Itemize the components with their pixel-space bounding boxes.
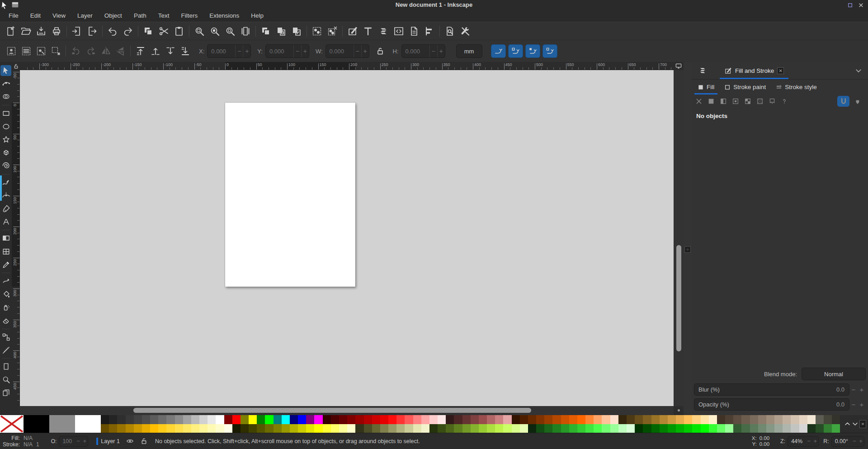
opacity-minus-button[interactable]: − [849, 401, 858, 408]
palette-swatch[interactable] [709, 424, 717, 433]
export-button[interactable] [85, 24, 100, 38]
palette-swatch[interactable] [355, 415, 363, 424]
select-all-layers-button[interactable] [19, 44, 33, 59]
palette-swatch[interactable] [832, 424, 840, 433]
palette-swatch[interactable] [388, 415, 396, 424]
palette-swatch[interactable] [536, 424, 544, 433]
palette-swatch[interactable] [503, 424, 511, 433]
preferences-button[interactable] [458, 24, 473, 38]
palette-swatch[interactable] [454, 424, 462, 433]
palette-swatch[interactable] [799, 415, 807, 424]
tool-calligraphy[interactable] [0, 203, 11, 214]
current-layer-label[interactable]: Layer 1 [101, 438, 120, 444]
palette-swatch[interactable] [241, 415, 249, 424]
palette-swatch[interactable] [684, 424, 692, 433]
w-plus-button[interactable]: + [361, 45, 369, 57]
palette-swatch[interactable] [701, 415, 709, 424]
palette-swatch[interactable] [339, 415, 347, 424]
menu-layer[interactable]: Layer [71, 10, 99, 22]
canvas[interactable] [20, 70, 674, 406]
dock-grip-icon[interactable]: ⁘ [684, 246, 691, 253]
palette-swatch[interactable] [438, 424, 446, 433]
palette-swatch[interactable] [191, 415, 199, 424]
scale-corners-toggle[interactable] [508, 44, 523, 58]
palette-swatch[interactable] [396, 415, 405, 424]
object-opacity-value[interactable]: 100 [59, 438, 75, 444]
palette-swatch[interactable] [183, 424, 191, 433]
palette-swatch[interactable] [109, 415, 117, 424]
zoom-value[interactable]: 44% [788, 438, 806, 444]
palette-swatch[interactable] [314, 415, 322, 424]
palette-swatch[interactable] [306, 415, 314, 424]
palette-swatch[interactable] [429, 424, 438, 433]
palette-swatch[interactable] [413, 415, 421, 424]
palette-swatch[interactable] [643, 424, 651, 433]
palette-swatch[interactable] [471, 424, 479, 433]
tool-mesh[interactable] [0, 246, 11, 257]
lower-button[interactable] [163, 44, 178, 59]
palette-swatch[interactable] [709, 415, 717, 424]
palette-swatch[interactable] [733, 415, 741, 424]
blur-plus-button[interactable]: + [858, 386, 866, 393]
tool-measure[interactable] [0, 345, 11, 355]
palette-swatch[interactable] [758, 424, 766, 433]
maximize-icon[interactable] [846, 1, 854, 9]
palette-swatch[interactable] [421, 424, 429, 433]
palette-swatch[interactable] [799, 424, 807, 433]
palette-swatch[interactable] [791, 415, 799, 424]
create-clone-button[interactable] [274, 24, 289, 38]
palette-swatch[interactable] [166, 424, 175, 433]
palette-swatch-gray[interactable] [49, 415, 75, 433]
palette-swatch[interactable] [372, 415, 380, 424]
palette-swatch[interactable] [741, 424, 750, 433]
menu-edit[interactable]: Edit [24, 10, 47, 22]
palette-swatch[interactable] [552, 415, 561, 424]
layer-visibility-eye-icon[interactable] [126, 437, 134, 445]
paint-unknown-icon[interactable] [781, 98, 788, 105]
palette-swatch[interactable] [594, 415, 602, 424]
palette-swatch[interactable] [282, 424, 290, 433]
palette-swatch[interactable] [635, 424, 643, 433]
w-field[interactable]: 0.000−+ [326, 44, 369, 58]
undo-button[interactable] [105, 24, 120, 38]
palette-swatch[interactable] [364, 424, 372, 433]
palette-swatch[interactable] [651, 415, 660, 424]
palette-swatch[interactable] [150, 415, 158, 424]
align-distribute-button[interactable] [422, 24, 437, 38]
palette-swatch[interactable] [323, 424, 331, 433]
palette-swatch[interactable] [199, 415, 208, 424]
tool-tweak[interactable] [0, 275, 11, 286]
palette-swatch[interactable] [479, 415, 487, 424]
palette-swatch[interactable] [684, 415, 692, 424]
tool-pages[interactable] [0, 388, 11, 398]
palette-swatch[interactable] [643, 415, 651, 424]
palette-swatch[interactable] [306, 424, 314, 433]
tool-pencil[interactable] [0, 177, 11, 188]
palette-swatch[interactable] [101, 424, 109, 433]
dialog-stack-icon[interactable] [698, 66, 707, 75]
palette-swatch[interactable] [142, 424, 150, 433]
palette-swatch[interactable] [552, 424, 561, 433]
palette-swatch[interactable] [816, 424, 824, 433]
blur-minus-button[interactable]: − [849, 386, 858, 393]
rotation-dec-button[interactable]: − [851, 438, 858, 444]
fillrule-nonzero-button[interactable] [837, 96, 849, 107]
palette-swatch[interactable] [199, 424, 208, 433]
palette-swatch[interactable] [594, 424, 602, 433]
zoom-drawing-button[interactable] [207, 24, 222, 38]
palette-swatch[interactable] [405, 424, 413, 433]
palette-swatch[interactable] [750, 415, 758, 424]
palette-swatch[interactable] [569, 424, 577, 433]
palette-swatch[interactable] [117, 424, 125, 433]
palette-swatch[interactable] [577, 424, 585, 433]
palette-swatch[interactable] [117, 415, 125, 424]
palette-swatch[interactable] [610, 415, 618, 424]
horizontal-scrollbar-thumb[interactable] [133, 408, 531, 413]
tool-pen[interactable] [0, 190, 11, 201]
palette-swatch[interactable] [274, 415, 282, 424]
palette-swatch[interactable] [544, 415, 552, 424]
rotation-inc-button[interactable]: + [858, 438, 864, 444]
palette-swatch[interactable] [257, 424, 265, 433]
palette-swatch[interactable] [569, 415, 577, 424]
menu-object[interactable]: Object [99, 10, 128, 22]
